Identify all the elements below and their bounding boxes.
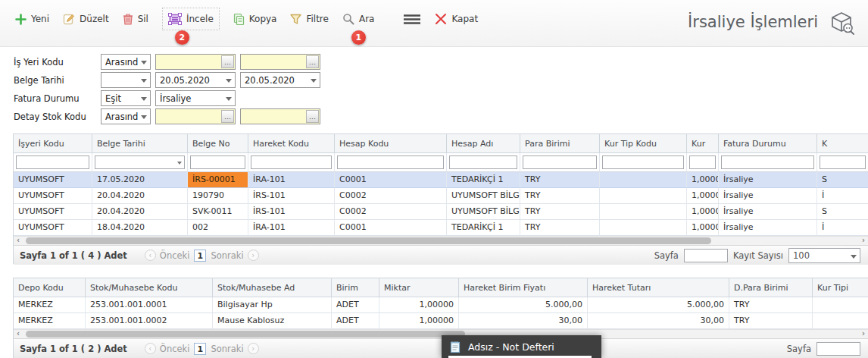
pager-next-label[interactable]: Sonraki: [211, 250, 243, 261]
column-header-stok-muhasebe-kodu[interactable]: Stok/Muhasebe Kodu: [86, 278, 213, 297]
column-filter-input-kur[interactable]: [689, 155, 716, 169]
column-header-stok-muhasebe-ad[interactable]: Stok/Muhasebe Ad: [213, 278, 332, 297]
lookup-dots-button[interactable]: …: [221, 110, 234, 123]
scroll-left-icon[interactable]: ‹: [17, 236, 20, 245]
column-header-d-para-birimi[interactable]: D.Para Birimi: [729, 278, 813, 297]
menu-button[interactable]: [403, 10, 421, 28]
isyeri-from-input[interactable]: …: [155, 54, 236, 70]
column-header-hareket-kodu[interactable]: Hareket Kodu: [248, 134, 335, 153]
column-header-miktar[interactable]: Miktar: [379, 278, 459, 297]
column-filter-input-fatura-durumu[interactable]: [721, 155, 814, 169]
column-filter-input-para-birimi[interactable]: [523, 155, 597, 169]
belge-tarihi-to-select[interactable]: 20.05.2020: [240, 72, 320, 88]
pager-next-icon[interactable]: ›: [248, 250, 259, 261]
cell-belge-tarihi: 17.05.2020: [92, 172, 188, 188]
belge-tarihi-from-select[interactable]: 20.05.2020: [155, 72, 236, 88]
hscroll-thumb[interactable]: [26, 331, 465, 338]
cell-hesap-kodu: C0002: [335, 204, 447, 220]
cell-kur-tip-kodu: [600, 188, 687, 204]
copy-button[interactable]: Kopya: [233, 10, 277, 28]
fatura-durumu-value-select[interactable]: İrsaliye: [155, 90, 236, 106]
column-filter-input-hesap-kodu[interactable]: [337, 155, 444, 169]
cell-k: S: [817, 172, 868, 188]
column-header-para-birimi[interactable]: Para Birimi: [520, 134, 600, 153]
table-row[interactable]: MERKEZ253.001.001.0002Mause KablosuzADET…: [14, 313, 868, 329]
lookup-dots-button[interactable]: …: [306, 55, 319, 68]
column-header-i-yeri-kodu[interactable]: İşyeri Kodu: [14, 134, 92, 153]
chevron-down-icon: [141, 97, 147, 101]
hscroll-thumb[interactable]: [26, 237, 711, 244]
search-button-label: Ara: [359, 14, 375, 24]
detay-stok-to-input[interactable]: …: [240, 108, 320, 124]
column-header-birim[interactable]: Birim: [332, 278, 379, 297]
pager-prev-icon[interactable]: ‹: [145, 250, 156, 261]
edit-button-label: Düzelt: [80, 14, 109, 24]
taskbar-preview-title: Adsız - Not Defteri: [468, 341, 554, 353]
column-filter-input-belge-tarihi[interactable]: [95, 155, 185, 169]
column-header-belge-tarihi[interactable]: Belge Tarihi: [92, 134, 188, 153]
cell-hareket-tutar: 30,00: [588, 313, 729, 329]
column-header-hareket-tutar[interactable]: Hareket Tutarı: [588, 278, 729, 297]
cell-depo-kodu: MERKEZ: [14, 297, 86, 313]
column-header-depo-kodu[interactable]: Depo Kodu: [14, 278, 86, 297]
pager-prev-label[interactable]: Önceki: [160, 344, 190, 354]
isyeri-operator-select[interactable]: Arasınd: [101, 54, 151, 70]
page-size-select[interactable]: 100: [788, 248, 860, 263]
lookup-dots-button[interactable]: …: [221, 55, 234, 68]
fatura-durumu-operator-select[interactable]: Eşit: [101, 90, 151, 106]
detail-grid-hscrollbar[interactable]: ‹ ›: [14, 329, 868, 338]
pager-next-icon[interactable]: ›: [248, 343, 259, 354]
table-row[interactable]: UYUMSOFT17.05.2020İRS-00001İRA-101C0001T…: [14, 172, 868, 188]
search-button[interactable]: Ara 1: [342, 10, 375, 28]
column-filter-input-hareket-kodu[interactable]: [251, 155, 332, 169]
delete-button[interactable]: Sil: [123, 10, 148, 28]
pager-current-page[interactable]: 1: [194, 343, 206, 355]
filter-label: Belge Tarihi: [14, 75, 101, 86]
column-header-k[interactable]: K: [817, 134, 868, 153]
cell-stok-muhasebe-kodu: 253.001.001.0002: [86, 313, 213, 329]
column-filter-input-i-yeri-kodu[interactable]: [16, 155, 89, 169]
table-row[interactable]: UYUMSOFT20.04.2020SVK-0011İRS-101C0002UY…: [14, 204, 868, 220]
scroll-right-icon[interactable]: ›: [862, 236, 865, 245]
taskbar-preview-notepad[interactable]: Adsız - Not Defteri: [442, 335, 601, 358]
column-filter-input-k[interactable]: [820, 155, 866, 169]
detail-grid: Depo KoduStok/Muhasebe KoduStok/Muhasebe…: [13, 278, 868, 358]
column-filter-input-hesap-ad[interactable]: [449, 155, 517, 169]
new-button[interactable]: Yeni: [15, 10, 49, 28]
filter-button[interactable]: Filtre: [290, 10, 328, 28]
page-number-input[interactable]: [684, 249, 728, 262]
cell-hesap-kodu: C0001: [335, 172, 447, 188]
edit-button[interactable]: Düzelt: [63, 10, 109, 28]
scroll-right-icon[interactable]: ›: [862, 329, 865, 338]
isyeri-to-input[interactable]: …: [240, 54, 320, 70]
pager-next-label[interactable]: Sonraki: [211, 344, 243, 354]
column-filter-input-kur-tip-kodu[interactable]: [602, 155, 684, 169]
page-number-input[interactable]: [816, 342, 860, 356]
close-button[interactable]: Kapat: [435, 10, 478, 28]
cell-hareket-kodu: İRA-101: [248, 220, 335, 236]
pager-prev-icon[interactable]: ‹: [145, 343, 156, 354]
cell-hareket-kodu: İRA-101: [248, 172, 335, 188]
column-header-hesap-ad[interactable]: Hesap Adı: [447, 134, 520, 153]
column-header-kur-tipi[interactable]: Kur Tipi: [813, 278, 868, 297]
scroll-left-icon[interactable]: ‹: [17, 329, 20, 338]
column-header-fatura-durumu[interactable]: Fatura Durumu: [719, 134, 817, 153]
table-row[interactable]: MERKEZ253.001.001.0001Bilgisayar HpADET1…: [14, 297, 868, 313]
filter-row-detay-stok: Detay Stok Kodu Arasınd … …: [14, 108, 868, 124]
detay-stok-operator-select[interactable]: Arasınd: [101, 108, 151, 124]
column-header-belge-no[interactable]: Belge No: [188, 134, 248, 153]
pager-prev-label[interactable]: Önceki: [160, 250, 190, 261]
belge-tarihi-operator-select[interactable]: [101, 72, 151, 88]
table-row[interactable]: UYUMSOFT18.04.2020002İRA-101C0001TEDARİK…: [14, 220, 868, 236]
column-header-hesap-kodu[interactable]: Hesap Kodu: [335, 134, 447, 153]
column-header-hareket-birim-fiyat[interactable]: Hareket Birim Fiyatı: [459, 278, 588, 297]
pager-current-page[interactable]: 1: [194, 250, 206, 262]
inspect-button[interactable]: İncele 2: [162, 8, 220, 30]
detay-stok-from-input[interactable]: …: [155, 108, 236, 124]
column-header-kur-tip-kodu[interactable]: Kur Tip Kodu: [600, 134, 687, 153]
table-row[interactable]: UYUMSOFT20.04.2020190790İRS-101C0002UYUM…: [14, 188, 868, 204]
column-filter-input-belge-no[interactable]: [190, 155, 245, 169]
column-header-kur[interactable]: Kur: [687, 134, 719, 153]
main-grid-hscrollbar[interactable]: ‹ ›: [14, 236, 868, 245]
lookup-dots-button[interactable]: …: [306, 110, 319, 123]
